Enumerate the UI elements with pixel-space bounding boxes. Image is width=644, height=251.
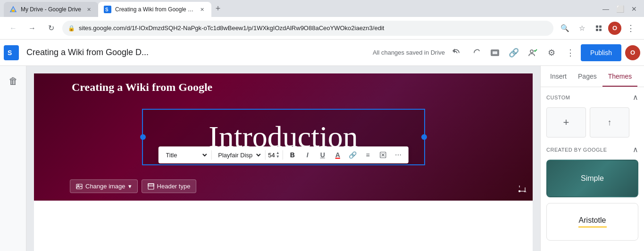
upload-icon: ↑	[608, 118, 612, 128]
add-icon: +	[563, 116, 569, 129]
resize-handle-right[interactable]	[421, 134, 427, 140]
delete-button[interactable]: 🗑	[4, 72, 23, 90]
created-by-google-section: CREATED BY GOOGLE ∧ Simple Aristotle	[546, 145, 638, 241]
resize-section-icon[interactable]	[518, 184, 527, 195]
toolbar-divider-1	[211, 150, 211, 160]
align-button[interactable]: ≡	[361, 148, 375, 162]
drive-favicon-icon	[9, 6, 17, 13]
italic-button[interactable]: I	[301, 148, 314, 162]
resize-handle-left[interactable]	[140, 134, 146, 140]
app-bar: S Creating a Wiki from Google D... All c…	[0, 40, 644, 66]
more-toolbar-button[interactable]: ⋯	[392, 148, 405, 162]
upload-custom-theme-button[interactable]: ↑	[590, 107, 629, 138]
change-image-button[interactable]: Change image ▾	[70, 179, 138, 193]
aristotle-theme-card[interactable]: Aristotle	[546, 203, 638, 241]
address-bar: ← → ↻ 🔒 sites.google.com/d/1f-IOxDmzdSQH…	[0, 17, 644, 40]
text-style-select[interactable]: Title Heading Subheading Normal text	[162, 150, 208, 160]
bookmark-button[interactable]: ☆	[574, 21, 589, 36]
svg-text:S: S	[105, 7, 109, 12]
header-type-button[interactable]: Header type	[142, 179, 197, 193]
header-section[interactable]: Creating a Wiki from Google Title Headin…	[34, 73, 533, 201]
header-type-label: Header type	[157, 183, 191, 190]
tab-pages[interactable]: Pages	[572, 66, 602, 87]
bold-button[interactable]: B	[286, 148, 299, 162]
tab-drive-close[interactable]: ✕	[85, 6, 92, 13]
tab-insert[interactable]: Insert	[544, 66, 572, 87]
created-by-header: CREATED BY GOOGLE ∧	[546, 145, 638, 154]
left-sidebar: 🗑	[0, 66, 26, 251]
account-button[interactable]: O	[625, 45, 640, 60]
browser-menu-button[interactable]: ⋮	[623, 21, 638, 36]
publish-button[interactable]: Publish	[581, 44, 621, 61]
canvas-area[interactable]: Creating a Wiki from Google Title Headin…	[26, 66, 540, 251]
created-by-section-title: CREATED BY GOOGLE	[546, 147, 607, 153]
page-content-area	[34, 201, 533, 251]
custom-section-title: CUSTOM	[546, 95, 570, 100]
svg-rect-2	[12, 10, 15, 12]
browser-frame: My Drive - Google Drive ✕ S Creating a W…	[0, 0, 644, 251]
tab-drive-label: My Drive - Google Drive	[21, 6, 81, 13]
address-bar-right: 🔍 ☆ O ⋮	[557, 21, 638, 36]
new-tab-button[interactable]: +	[211, 2, 225, 15]
font-family-select[interactable]: Playfair Disp Arial Georgia	[214, 150, 262, 160]
url-bar[interactable]: 🔒 sites.google.com/d/1f-IOxDmzdSQH2-NaPg…	[62, 21, 553, 36]
svg-rect-13	[492, 51, 498, 55]
panel-tabs: Insert Pages Themes	[541, 66, 644, 87]
svg-rect-21	[148, 184, 154, 186]
change-image-arrow: ▾	[128, 183, 132, 190]
search-icon-btn[interactable]: 🔍	[557, 21, 572, 36]
add-custom-theme-button[interactable]: +	[546, 107, 586, 138]
font-color-button[interactable]: A	[331, 148, 344, 162]
change-image-label: Change image	[85, 183, 125, 190]
preview-button[interactable]	[486, 44, 503, 61]
main-area: 🗑 Creating a Wiki from Google Title Head…	[0, 66, 644, 251]
header-title: Creating a Wiki from Google	[72, 81, 212, 94]
doc-title: Creating a Wiki from Google D...	[23, 48, 369, 57]
link-button[interactable]: 🔗	[505, 44, 522, 61]
delete-element-button[interactable]	[376, 148, 390, 162]
settings-button[interactable]: ⚙	[543, 44, 560, 61]
simple-theme-card[interactable]: Simple	[546, 160, 638, 197]
link-toolbar-button[interactable]: 🔗	[346, 148, 360, 162]
forward-button[interactable]: →	[25, 21, 40, 36]
tab-bar: My Drive - Google Drive ✕ S Creating a W…	[0, 0, 644, 17]
sites-app-icon: S	[4, 45, 19, 60]
tab-themes[interactable]: Themes	[602, 66, 638, 87]
extension-button[interactable]	[591, 21, 606, 36]
custom-theme-cards: + ↑	[546, 107, 638, 138]
font-size-value[interactable]: 54	[268, 152, 275, 159]
aristotle-theme-label: Aristotle	[579, 216, 606, 225]
maximize-button[interactable]: ⬜	[614, 3, 626, 15]
tab-sites[interactable]: S Creating a Wiki from Google Do... ✕	[98, 2, 211, 17]
redo-button[interactable]	[468, 44, 485, 61]
svg-rect-8	[596, 29, 598, 31]
tab-sites-label: Creating a Wiki from Google Do...	[115, 6, 194, 13]
bottom-toolbar: Change image ▾ Header type	[70, 179, 196, 193]
lock-icon: 🔒	[68, 25, 75, 32]
collaborators-button[interactable]	[524, 44, 541, 61]
close-window-button[interactable]: ✕	[628, 3, 640, 15]
underline-button[interactable]: U	[316, 148, 329, 162]
custom-collapse-button[interactable]: ∧	[633, 93, 638, 102]
more-options-button[interactable]: ⋮	[562, 44, 579, 61]
font-size-arrows: ▲ ▼	[276, 151, 280, 159]
svg-text:S: S	[8, 49, 12, 57]
svg-point-19	[78, 185, 79, 186]
custom-section-header: CUSTOM ∧	[546, 93, 638, 102]
toolbar-divider-3	[283, 150, 283, 160]
back-button[interactable]: ←	[6, 21, 21, 36]
right-panel: Insert Pages Themes CUSTOM ∧ + ↑	[540, 66, 644, 251]
autosave-status: All changes saved in Drive	[373, 49, 445, 56]
profile-button[interactable]: O	[608, 22, 621, 35]
font-size-down[interactable]: ▼	[276, 155, 280, 159]
created-by-collapse-button[interactable]: ∧	[633, 145, 638, 154]
undo-button[interactable]	[449, 44, 466, 61]
refresh-button[interactable]: ↻	[43, 21, 59, 36]
minimize-button[interactable]: —	[600, 3, 612, 15]
tab-sites-close[interactable]: ✕	[198, 6, 206, 13]
page-canvas: Creating a Wiki from Google Title Headin…	[34, 73, 533, 251]
svg-point-22	[519, 191, 520, 192]
font-size-control: 54 ▲ ▼	[268, 151, 279, 159]
simple-theme-label: Simple	[581, 174, 604, 183]
tab-drive[interactable]: My Drive - Google Drive ✕	[4, 2, 98, 17]
